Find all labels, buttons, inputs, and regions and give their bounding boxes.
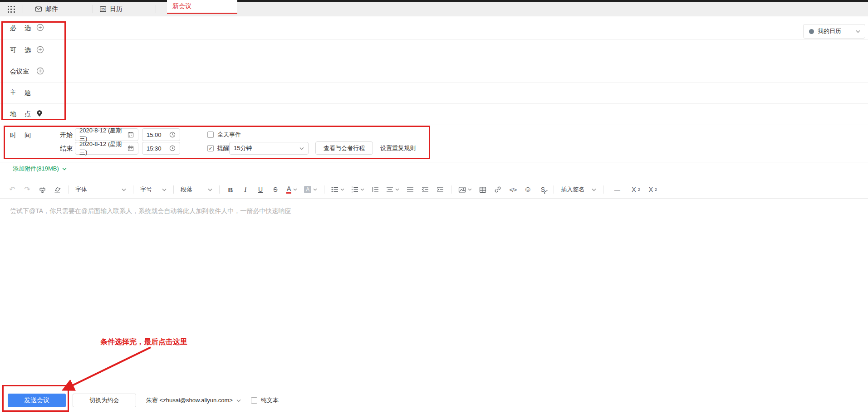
chevron-down-icon[interactable] [293,188,297,191]
field-row-optional[interactable]: 可选 [0,40,868,61]
subscript-button[interactable]: X2 [649,184,657,195]
font-family-select[interactable]: 字体 [75,184,126,195]
tab-new-meeting[interactable]: 新会议 [167,0,237,14]
signature-pen-button[interactable]: S [539,184,547,195]
add-required-attendee-button[interactable] [36,24,44,33]
insert-table-button[interactable] [479,184,487,195]
tab-mail-label: 邮件 [45,5,58,13]
redo-icon[interactable]: ↷ [23,184,31,195]
font-size-select[interactable]: 字号 [140,184,167,195]
reminder-checkbox[interactable]: ✓ [207,145,214,151]
calendar-icon: 25 [99,5,107,13]
superscript-button[interactable]: X2 [632,184,640,195]
align-button[interactable] [386,184,399,195]
strikethrough-button[interactable]: S [271,184,280,195]
tab-new-meeting-label: 新会议 [172,2,191,10]
insert-signature-select[interactable]: 插入签名 [561,184,596,195]
new-meeting-page: 邮件 25 日历 新会议 我的日历 必选 可选 [0,0,868,414]
clock-icon[interactable] [169,145,176,151]
field-row-subject[interactable]: 主题 [0,83,868,104]
insert-signature-label: 插入签名 [561,185,584,194]
switch-to-appointment-button[interactable]: 切换为约会 [73,394,136,407]
toolbar-divider [173,185,174,194]
add-attachment-button[interactable]: 添加附件(819MB) [13,165,67,173]
italic-button[interactable]: I [241,184,250,195]
field-row-location[interactable]: 地点 [0,104,868,125]
format-painter-icon[interactable] [38,184,46,195]
toolbar-divider [603,185,603,194]
plaintext-checkbox[interactable] [251,397,257,404]
horizontal-rule-button[interactable]: — [613,184,621,195]
reminder-interval-select[interactable]: 15分钟 [229,142,309,155]
switch-to-appointment-label: 切换为约会 [90,396,119,404]
chevron-down-icon[interactable] [340,188,344,191]
reminder-label: 提醒 [217,144,229,152]
set-recurrence-button[interactable]: 设置重复规则 [380,142,416,155]
plaintext-label: 纯文本 [261,396,279,404]
insert-image-button[interactable] [458,184,472,195]
bg-color-button[interactable]: A [304,184,317,195]
allday-checkbox[interactable] [207,132,214,138]
bullet-list-button[interactable] [331,184,344,195]
sender-select[interactable]: 朱赛 <zhusai@show.aliyun.com> [146,394,241,407]
send-meeting-button[interactable]: 发送会议 [8,394,66,407]
superscript-exp: 2 [638,187,640,192]
chevron-down-icon[interactable] [313,188,317,191]
allday-option[interactable]: 全天事件 [207,128,241,141]
toolbar-divider [133,185,133,194]
underline-button[interactable]: U [256,184,265,195]
numbered-list-button[interactable] [351,184,364,195]
paragraph-value: 段落 [181,185,192,194]
font-color-a-icon: A [286,185,291,194]
chevron-down-icon[interactable] [395,188,399,191]
end-label: 结束 [60,142,73,155]
chevron-down-icon[interactable] [468,188,472,191]
add-optional-attendee-button[interactable] [36,46,44,55]
chevron-down-icon[interactable] [360,188,364,191]
bold-button[interactable]: B [226,184,235,195]
send-meeting-label: 发送会议 [24,396,49,404]
start-time-input[interactable]: 15:00 [142,128,180,141]
end-date-input[interactable]: 2020-8-12 (星期三) [75,142,138,155]
insert-code-button[interactable]: </> [509,184,517,195]
sender-address: 朱赛 <zhusai@show.aliyun.com> [146,396,233,404]
line-spacing-button[interactable] [371,184,379,195]
insert-link-button[interactable] [494,184,502,195]
apps-grid-icon[interactable] [7,5,15,13]
optional-label: 可选 [10,46,31,54]
toolbar-divider [451,185,451,194]
editor-body[interactable]: 尝试下@TA，你只需要在@后面输入联系人，系统就会自动将此人加到收件人中，一箭必… [0,199,868,385]
start-time-value: 15:00 [147,132,169,138]
toolbar-divider [324,185,324,194]
annotation-text: 条件选择完，最后点击这里 [100,337,187,347]
justify-button[interactable] [406,184,414,195]
start-date-input[interactable]: 2020-8-12 (星期三) [75,128,138,141]
paragraph-select[interactable]: 段落 [181,184,212,195]
view-attendee-schedule-button[interactable]: 查看与会者行程 [315,141,373,155]
time-section: 时间 开始 2020-8-12 (星期三) 15:00 全天事件 结束 2020… [0,125,868,162]
indent-button[interactable] [436,184,444,195]
clear-format-icon[interactable] [53,184,61,195]
field-row-required[interactable]: 必选 [0,16,868,40]
location-pin-icon[interactable] [36,110,43,119]
date-picker-icon[interactable] [128,132,134,138]
undo-icon[interactable]: ↶ [8,184,16,195]
field-row-meeting-room[interactable]: 会议室 [0,61,868,83]
date-picker-icon[interactable] [128,145,134,151]
emoji-button[interactable]: ☺ [524,184,532,195]
tab-calendar[interactable]: 25 日历 [93,2,129,16]
clock-icon[interactable] [169,132,176,138]
font-color-button[interactable]: A [286,184,297,195]
tab-mail[interactable]: 邮件 [29,2,64,16]
chevron-down-icon [62,167,67,170]
chevron-down-icon [162,188,167,191]
plaintext-option[interactable]: 纯文本 [251,394,279,407]
font-family-value: 字体 [75,185,87,194]
add-meeting-room-button[interactable] [36,67,44,76]
font-size-value: 字号 [140,185,152,194]
reminder-option[interactable]: ✓ 提醒 [207,142,229,155]
time-label: 时间 [10,129,31,141]
envelope-icon [35,5,42,13]
end-time-input[interactable]: 15:30 [142,142,180,155]
outdent-button[interactable] [421,184,429,195]
